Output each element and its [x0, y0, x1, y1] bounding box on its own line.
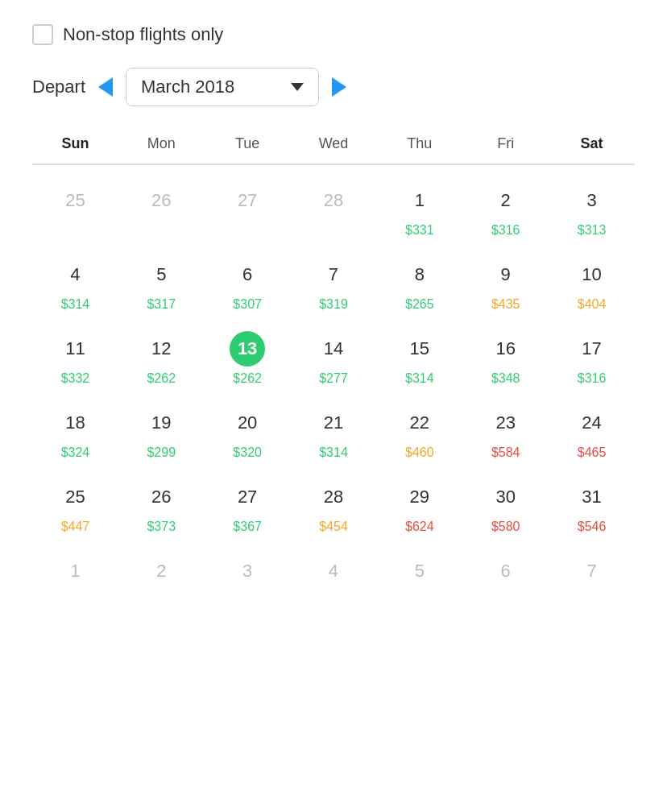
day-price: $314 [405, 371, 434, 386]
calendar-cell[interactable]: 2 [118, 542, 205, 611]
day-number: 13 [230, 331, 265, 367]
calendar-cell[interactable]: 25$447 [32, 468, 118, 542]
calendar-cell[interactable]: 1 [32, 542, 118, 611]
day-number: 5 [143, 257, 179, 292]
day-price: $580 [491, 520, 520, 534]
day-price: $367 [233, 520, 262, 534]
calendar-cell[interactable]: 24$465 [549, 394, 635, 468]
nonstop-checkbox[interactable] [32, 24, 53, 45]
day-price: $307 [233, 297, 262, 312]
calendar-cell[interactable]: 23$584 [462, 394, 549, 468]
day-price: $435 [491, 297, 520, 312]
calendar-cell[interactable]: 21$314 [291, 394, 377, 468]
day-number: 1 [402, 183, 437, 218]
calendar-cell[interactable]: 1$331 [376, 172, 462, 246]
day-price: $316 [491, 223, 520, 238]
next-month-button[interactable] [332, 77, 346, 97]
day-number: 2 [488, 183, 524, 218]
day-price: $460 [405, 445, 434, 460]
day-number: 27 [230, 479, 265, 515]
calendar-cell[interactable]: 10$404 [549, 246, 635, 320]
calendar-cell[interactable]: 2$316 [462, 172, 549, 246]
calendar-cell[interactable]: 4$314 [32, 246, 118, 320]
day-number: 20 [230, 405, 265, 441]
calendar-cell[interactable]: 12$262 [118, 320, 205, 394]
calendar-cell[interactable]: 29$624 [376, 468, 462, 542]
calendar-cell[interactable]: 7$319 [291, 246, 377, 320]
day-price: $314 [319, 445, 348, 460]
month-dropdown-icon [291, 83, 304, 91]
calendar-cell[interactable]: 20$320 [205, 394, 291, 468]
day-price: $319 [319, 297, 348, 312]
day-number: 21 [316, 405, 351, 441]
day-number: 7 [316, 257, 351, 292]
day-price: $454 [319, 520, 348, 534]
calendar-cell[interactable]: 8$265 [376, 246, 462, 320]
calendar-cell[interactable]: 19$299 [118, 394, 205, 468]
day-price: $332 [61, 371, 90, 386]
day-price: $262 [147, 371, 176, 386]
calendar-cell[interactable]: 30$580 [462, 468, 549, 542]
day-header-sun: Sun [32, 130, 118, 157]
day-number: 11 [57, 331, 93, 367]
day-price: $317 [147, 297, 176, 312]
nonstop-label: Non-stop flights only [63, 24, 223, 45]
calendar-cell[interactable]: 26$373 [118, 468, 205, 542]
calendar-cell[interactable]: 25 [32, 172, 118, 246]
calendar-cell[interactable]: 27 [205, 172, 291, 246]
calendar-cell[interactable]: 28$454 [291, 468, 377, 542]
calendar-cell[interactable]: 3 [205, 542, 291, 611]
day-number: 28 [316, 183, 351, 218]
day-number: 9 [488, 257, 524, 292]
day-number: 15 [402, 331, 437, 367]
day-header-fri: Fri [462, 130, 549, 157]
calendar-cell[interactable]: 6$307 [205, 246, 291, 320]
day-number: 22 [402, 405, 437, 441]
calendar-cell[interactable]: 15$314 [376, 320, 462, 394]
day-number: 1 [57, 553, 93, 589]
day-number: 25 [57, 183, 93, 218]
calendar-cell[interactable]: 26 [118, 172, 205, 246]
month-selector[interactable]: March 2018 [126, 68, 319, 106]
day-number: 4 [316, 553, 351, 589]
calendar-cell[interactable]: 6 [462, 542, 549, 611]
day-number: 26 [143, 183, 179, 218]
day-price: $313 [578, 223, 607, 238]
depart-label: Depart [32, 77, 85, 97]
day-number: 16 [488, 331, 524, 367]
calendar-cell[interactable]: 3$313 [549, 172, 635, 246]
day-price: $447 [61, 520, 90, 534]
calendar-cell[interactable]: 5 [376, 542, 462, 611]
day-number: 14 [316, 331, 351, 367]
calendar-cell[interactable]: 4 [291, 542, 377, 611]
day-number: 4 [57, 257, 93, 292]
calendar-cell[interactable]: 16$348 [462, 320, 549, 394]
calendar-cell[interactable]: 18$324 [32, 394, 118, 468]
calendar-cell[interactable]: 9$435 [462, 246, 549, 320]
calendar-grid: 252627281$3312$3163$3134$3145$3176$3077$… [32, 172, 635, 611]
day-price: $404 [578, 297, 607, 312]
calendar-cell[interactable]: 31$546 [549, 468, 635, 542]
day-header-sat: Sat [549, 130, 635, 157]
prev-month-button[interactable] [98, 77, 113, 97]
day-number: 6 [488, 553, 524, 589]
calendar-cell[interactable]: 13$262 [205, 320, 291, 394]
day-number: 27 [230, 183, 265, 218]
day-number: 7 [574, 553, 610, 589]
nonstop-row: Non-stop flights only [32, 24, 635, 45]
calendar-header: SunMonTueWedThuFriSat [32, 130, 635, 165]
day-price: $373 [147, 520, 176, 534]
calendar-cell[interactable]: 7 [549, 542, 635, 611]
day-number: 3 [574, 183, 610, 218]
calendar-cell[interactable]: 27$367 [205, 468, 291, 542]
day-price: $348 [491, 371, 520, 386]
calendar-cell[interactable]: 11$332 [32, 320, 118, 394]
calendar-cell[interactable]: 14$277 [291, 320, 377, 394]
calendar-cell[interactable]: 28 [291, 172, 377, 246]
calendar-cell[interactable]: 17$316 [549, 320, 635, 394]
day-number: 2 [143, 553, 179, 589]
calendar-cell[interactable]: 22$460 [376, 394, 462, 468]
day-number: 24 [574, 405, 610, 441]
calendar-cell[interactable]: 5$317 [118, 246, 205, 320]
day-number: 17 [574, 331, 610, 367]
